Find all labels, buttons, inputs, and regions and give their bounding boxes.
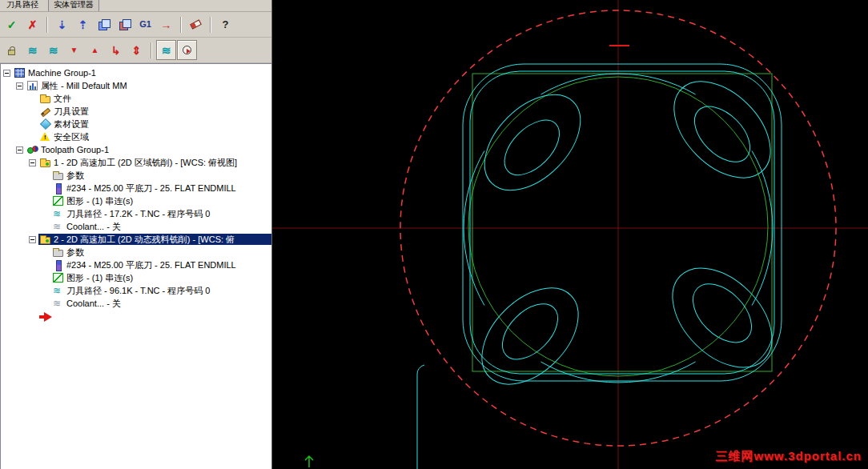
- triangle-up-icon: ▲: [91, 46, 99, 54]
- highfeed-arrow-icon: →: [161, 19, 172, 30]
- verify-icon: [119, 19, 131, 30]
- help-button[interactable]: ?: [215, 14, 235, 34]
- circle-arrow-icon: [183, 46, 191, 54]
- tree-item-parameters-1[interactable]: 参数: [1, 169, 271, 182]
- watermark: 三维网www.3dportal.cn: [716, 449, 862, 464]
- unselect-all-operations-button[interactable]: ✗: [22, 14, 42, 34]
- move-insert-special-button[interactable]: ↳: [106, 40, 126, 60]
- toolpath-manager-panel: 刀具路径 实体管理器 ✓ ✗ ⇣ ⇡ G1 → ? ≋ ≋ ▼ ▲ ↳ ⇕: [0, 0, 272, 469]
- toolbar-separator: [210, 17, 211, 33]
- toolpath-waves-selected-icon: ≋: [49, 45, 58, 56]
- stock-setup-icon: [40, 119, 50, 129]
- tree-item-toolpath-file-1[interactable]: 刀具路径 - 17.2K - T.NC - 程序号码 0: [1, 207, 271, 220]
- toolpath-icon: [53, 209, 63, 218]
- tree-item-files[interactable]: 文件: [1, 92, 271, 105]
- simulate-options-button[interactable]: [177, 40, 197, 60]
- highfeed-operations-button[interactable]: →: [156, 14, 176, 34]
- insert-arrow-head: [44, 312, 52, 322]
- toolbar-separator: [151, 42, 152, 58]
- geometry-icon: [53, 196, 63, 206]
- tree-item-coolant-1[interactable]: Coolant... - 关: [1, 220, 271, 233]
- toggle-toolpath-display-button[interactable]: ≋: [22, 40, 42, 60]
- toolpath-icon: [53, 286, 63, 295]
- tree-item-tool-2[interactable]: #234 - M25.00 平底刀 - 25. FLAT ENDMILL: [1, 259, 271, 271]
- regenerate-selected-icon: ⇣: [58, 19, 67, 30]
- machine-group-icon: [14, 68, 25, 78]
- coolant-icon: [53, 299, 63, 308]
- display-options-button[interactable]: ≋: [156, 40, 176, 60]
- tree-item-parameters-2[interactable]: 参数: [1, 246, 271, 259]
- regenerate-all-icon: ⇡: [78, 19, 88, 30]
- tree-item-geometry-1[interactable]: 图形 - (1) 串连(s): [1, 194, 271, 207]
- toolpath-group-icon: [27, 145, 38, 154]
- properties-icon: [27, 81, 38, 90]
- tree-item-toolpath-file-2[interactable]: 刀具路径 - 96.1K - T.NC - 程序号码 0: [1, 284, 271, 297]
- cross-icon: ✗: [28, 19, 38, 30]
- tab-toolpaths-label: 刀具路径: [6, 0, 38, 9]
- tree-item-tool-settings[interactable]: 刀具设置: [1, 105, 271, 118]
- parameters-icon: [53, 250, 63, 257]
- backplot-operations-button[interactable]: [94, 14, 114, 34]
- lock-operations-button[interactable]: [2, 40, 22, 60]
- insert-arrow[interactable]: [39, 312, 271, 322]
- collapse-box[interactable]: [3, 70, 10, 77]
- triangle-down-icon: ▼: [70, 46, 78, 54]
- collapse-box[interactable]: [29, 236, 36, 243]
- tree-item-safety-zone[interactable]: 安全区域: [1, 130, 271, 143]
- operation-folder-icon: [40, 237, 50, 244]
- geometry-icon: [53, 273, 63, 283]
- regenerate-all-operations-button[interactable]: ⇡: [73, 14, 93, 34]
- up-down-arrow-icon: ⇕: [132, 45, 142, 56]
- toolbar-separator: [46, 17, 48, 33]
- collapse-box[interactable]: [16, 146, 23, 154]
- tree-item-coolant-2[interactable]: Coolant... - 关: [1, 297, 271, 310]
- tab-solids-manager[interactable]: 实体管理器: [48, 0, 99, 11]
- select-all-operations-button[interactable]: ✓: [2, 14, 22, 34]
- tree-item-operation-1[interactable]: 1 - 2D 高速加工 (2D 区域铣削) - [WCS: 俯视图]: [1, 156, 271, 169]
- tab-toolpaths[interactable]: 刀具路径: [2, 0, 43, 11]
- toolpath-waves-icon: ≋: [28, 45, 38, 56]
- parameters-icon: [53, 173, 63, 180]
- tree-item-stock-setup[interactable]: 素材设置: [1, 118, 271, 130]
- toolbar-separator: [180, 17, 182, 33]
- manager-tabs: 刀具路径 实体管理器: [0, 0, 271, 12]
- tree-item-tool-1[interactable]: #234 - M25.00 平底刀 - 25. FLAT ENDMILL: [1, 182, 271, 194]
- folder-icon: [40, 96, 50, 103]
- collapse-box[interactable]: [16, 82, 23, 90]
- lock-icon: [8, 50, 15, 55]
- bent-arrow-icon: ↳: [111, 45, 121, 56]
- graphics-viewport[interactable]: 三维网www.3dportal.cn: [272, 0, 868, 469]
- tool-settings-icon: [40, 106, 50, 116]
- check-icon: ✓: [7, 19, 17, 30]
- coolant-icon: [53, 222, 63, 231]
- move-insert-up-button[interactable]: ▲: [85, 40, 105, 60]
- toggle-selected-display-button[interactable]: ≋: [43, 40, 63, 60]
- scroll-insert-button[interactable]: ⇕: [127, 40, 147, 60]
- tree-item-machine-group[interactable]: Machine Group-1: [1, 66, 271, 79]
- operations-tree: Machine Group-1 属性 - Mill Default MM 文件 …: [0, 63, 271, 469]
- tree-item-geometry-2[interactable]: 图形 - (1) 串连(s): [1, 271, 271, 284]
- operation-folder-icon: [40, 160, 50, 167]
- post-operations-button[interactable]: G1: [135, 14, 155, 34]
- display-toolbar: ≋ ≋ ▼ ▲ ↳ ⇕ ≋: [0, 38, 271, 63]
- tool-icon: [53, 183, 63, 193]
- help-icon: ?: [223, 19, 229, 30]
- operations-toolbar: ✓ ✗ ⇣ ⇡ G1 → ?: [0, 12, 271, 38]
- tree-item-operation-2[interactable]: 2 - 2D 高速加工 (2D 动态残料铣削) - [WCS: 俯: [1, 233, 271, 246]
- tree-item-properties[interactable]: 属性 - Mill Default MM: [1, 79, 271, 92]
- waves-boxed-icon: ≋: [162, 45, 171, 56]
- regenerate-selected-operations-button[interactable]: ⇣: [52, 14, 72, 34]
- safety-zone-icon: [40, 132, 50, 142]
- verify-operations-button[interactable]: [115, 14, 135, 34]
- post-g1-icon: G1: [139, 20, 151, 29]
- tree-item-toolpath-group[interactable]: Toolpath Group-1: [1, 143, 271, 156]
- move-insert-down-button[interactable]: ▼: [64, 40, 84, 60]
- application-window: 刀具路径 实体管理器 ✓ ✗ ⇣ ⇡ G1 → ? ≋ ≋ ▼ ▲ ↳ ⇕: [0, 0, 868, 469]
- toolpath-drawing: [272, 0, 868, 469]
- tool-icon: [53, 260, 63, 270]
- tab-solids-manager-label: 实体管理器: [54, 0, 94, 9]
- delete-operations-button[interactable]: [186, 14, 206, 34]
- collapse-box[interactable]: [29, 159, 36, 166]
- backplot-icon: [98, 19, 110, 30]
- delete-eraser-icon: [190, 19, 202, 29]
